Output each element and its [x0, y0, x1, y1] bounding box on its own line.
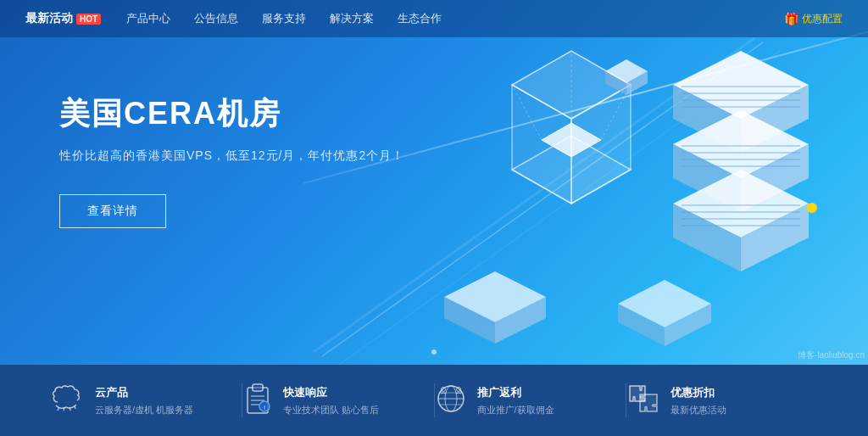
footer-item-response: ! 快速响应 专业技术团队 贴心售后	[242, 383, 433, 419]
header: 最新活动 HOT 产品中心 公告信息 服务支持 解决方案 生态合作 🎁 优惠配置	[0, 0, 868, 37]
footer-desc-promo: 商业推广/获取佣金	[477, 404, 554, 416]
hero-section: 美国CERA机房 性价比超高的香港美国VPS，低至12元/月，年付优惠2个月！ …	[0, 0, 868, 365]
footer-desc-response: 专业技术团队 贴心售后	[283, 404, 379, 416]
puzzle-icon	[626, 383, 660, 419]
logo-text: 最新活动	[25, 11, 73, 26]
globe-icon	[435, 383, 467, 419]
footer-title-response: 快速响应	[283, 385, 379, 400]
watermark: 博客-laoliublog.cn	[798, 349, 865, 361]
header-promo[interactable]: 🎁 优惠配置	[784, 12, 843, 26]
footer-text-response: 快速响应 专业技术团队 贴心售后	[283, 385, 379, 416]
hot-badge: HOT	[76, 14, 101, 25]
nav-item-support[interactable]: 服务支持	[262, 11, 306, 26]
footer-item-discount: 优惠折扣 最新优惠活动	[626, 383, 817, 419]
hero-dot-indicator	[431, 349, 437, 355]
header-right: 🎁 优惠配置	[784, 12, 843, 26]
clipboard-icon: !	[242, 383, 273, 419]
promo-label: 优惠配置	[802, 12, 843, 26]
svg-rect-43	[253, 384, 263, 391]
nav-item-ecosystem[interactable]: 生态合作	[398, 11, 442, 26]
footer-desc-cloud: 云服务器/虚机 机服务器	[95, 404, 193, 416]
footer-desc-discount: 最新优惠活动	[670, 404, 726, 416]
footer-text-discount: 优惠折扣 最新优惠活动	[670, 385, 726, 416]
gift-icon: 🎁	[784, 12, 798, 25]
nav-item-solutions[interactable]: 解决方案	[330, 11, 374, 26]
main-nav: 产品中心 公告信息 服务支持 解决方案 生态合作	[126, 11, 784, 26]
svg-text:!: !	[264, 404, 265, 411]
footer-text-promo: 推广返利 商业推广/获取佣金	[477, 385, 554, 416]
logo-area: 最新活动 HOT	[25, 11, 101, 26]
nav-item-announcements[interactable]: 公告信息	[194, 11, 238, 26]
server-illustration	[351, 25, 843, 356]
footer-title-discount: 优惠折扣	[670, 385, 726, 400]
footer-title-promo: 推广返利	[477, 385, 554, 400]
nav-item-products[interactable]: 产品中心	[126, 11, 170, 26]
cloud-icon	[51, 383, 85, 418]
view-details-button[interactable]: 查看详情	[59, 194, 166, 228]
footer-text-cloud: 云产品 云服务器/虚机 机服务器	[95, 385, 193, 416]
footer-item-cloud: 云产品 云服务器/虚机 机服务器	[51, 383, 242, 418]
footer-item-promo: 推广返利 商业推广/获取佣金	[435, 383, 626, 419]
footer-bar: 云产品 云服务器/虚机 机服务器 ! 快速响应 专业技术团队 贴心售后	[0, 365, 868, 436]
footer-title-cloud: 云产品	[95, 385, 193, 400]
svg-point-24	[807, 203, 817, 213]
